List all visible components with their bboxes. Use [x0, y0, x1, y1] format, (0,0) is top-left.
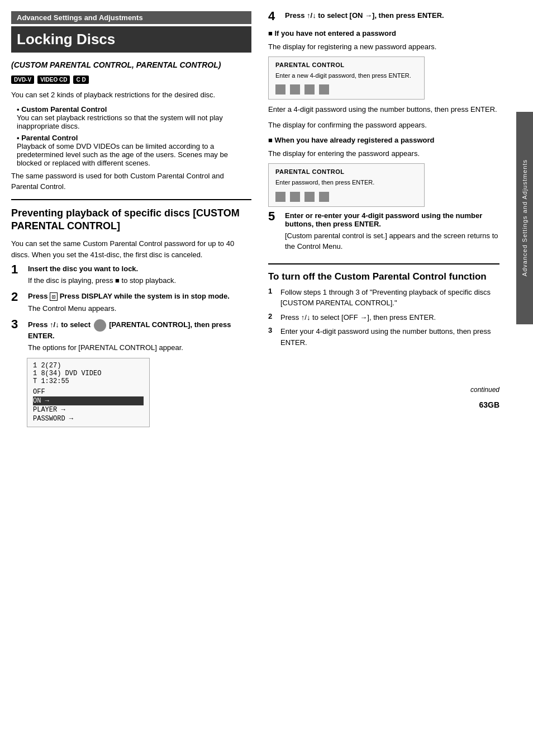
step3-content: Press ↑/↓ to select [PARENTAL CONTROL], … — [28, 319, 251, 353]
pb1-title: PARENTAL CONTROL — [275, 62, 417, 68]
turnoff-title: To turn off the Custom Parental Control … — [268, 271, 499, 282]
after-box1b: The display for confirming the password … — [268, 120, 499, 131]
menu-time: 1 2(27) 1 8(34) DVD VIDEO T 1:32:55 — [33, 362, 144, 385]
divider2 — [268, 263, 499, 264]
step2-num: 2 — [11, 291, 28, 303]
after-box1: Enter a 4-digit password using the numbe… — [268, 104, 499, 115]
step2-row: 2 Press ⊡ Press DISPLAY while the system… — [11, 292, 251, 314]
pb1-sq3 — [304, 84, 315, 94]
badge-videocd: VIDEO CD — [37, 75, 70, 84]
intro-para2: The same password is used for both Custo… — [11, 171, 251, 192]
divider — [11, 199, 251, 200]
step4-container: 4 Press ↑/↓ to select [ON →], then press… — [268, 11, 499, 22]
pb2-sq1 — [275, 192, 285, 202]
pb1-squares — [275, 84, 417, 94]
page-container: Advanced Settings and Adjustments Lockin… — [0, 0, 533, 756]
menu-box: 1 2(27) 1 8(34) DVD VIDEO T 1:32:55 OFF … — [27, 358, 150, 427]
not-entered-title: ■ If you have not entered a password — [268, 28, 499, 39]
step5-title: Enter or re-enter your 4-digit password … — [285, 211, 499, 228]
step2-container: 2 Press ⊡ Press DISPLAY while the system… — [11, 292, 251, 314]
section-label: Advanced Settings and Adjustments — [17, 13, 143, 22]
step5-container: 5 Enter or re-enter your 4-digit passwor… — [268, 211, 499, 257]
bullet2-title: • Parental Control — [17, 134, 78, 142]
turnoff-step2: 2 Press ↑/↓ to select [OFF →], then pres… — [268, 312, 499, 323]
menu-item-on: ON → — [33, 396, 144, 405]
step4-title: Press ↑/↓ to select [ON →], then press E… — [285, 11, 499, 20]
turnoff-step1-num: 1 — [268, 287, 280, 295]
step3-container: 3 Press ↑/↓ to select [PARENTAL CONTROL]… — [11, 319, 251, 427]
pb1-sq4 — [319, 84, 329, 94]
menu-item-player: PLAYER → — [33, 405, 144, 414]
parental-box-1: PARENTAL CONTROL Enter a new 4-digit pas… — [268, 56, 425, 100]
turnoff-step2-content: Press ↑/↓ to select [OFF →], then press … — [280, 312, 499, 323]
prevent-section-title: Preventing playback of specific discs [C… — [11, 207, 251, 233]
prevent-intro: You can set the same Custom Parental Con… — [11, 238, 251, 260]
step1-num: 1 — [11, 263, 28, 276]
turnoff-step2-num: 2 — [268, 312, 280, 320]
parental-control-icon — [94, 319, 106, 332]
menu-item-password: PASSWORD → — [33, 414, 144, 423]
badge-dvdv: DVD-V — [11, 75, 34, 84]
display-icon: ⊡ — [50, 292, 58, 301]
pb1-text: Enter a new 4-digit password, then press… — [275, 72, 417, 80]
step3-title: Press ↑/↓ to select [PARENTAL CONTROL], … — [28, 319, 251, 340]
turnoff-step1-content: Follow steps 1 through 3 of "Preventing … — [280, 287, 499, 309]
pb2-sq4 — [319, 192, 329, 202]
step3-desc: The options for [PARENTAL CONTROL] appea… — [28, 342, 251, 353]
turnoff-step3-content: Enter your 4-digit password using the nu… — [280, 326, 499, 348]
registered-title: ■ When you have already registered a pas… — [268, 135, 499, 146]
step5-row: 5 Enter or re-enter your 4-digit passwor… — [268, 211, 499, 257]
main-content: Advanced Settings and Adjustments Lockin… — [0, 0, 533, 756]
bullet1-title: • Custom Parental Control — [17, 105, 107, 114]
pb1-sq2 — [290, 84, 300, 94]
step1-content: Insert the disc you want to lock. If the… — [28, 264, 251, 286]
step4-num: 4 — [268, 10, 285, 22]
step2-title: Press ⊡ Press DISPLAY while the system i… — [28, 292, 251, 301]
pb2-title: PARENTAL CONTROL — [275, 168, 417, 175]
turnoff-step3-num: 3 — [268, 326, 280, 334]
bullet-custom: • Custom Parental Control You can set pl… — [17, 105, 251, 130]
step5-desc: [Custom parental control is set.] appear… — [285, 230, 499, 252]
bullet1-desc: You can set playback restrictions so tha… — [17, 114, 223, 130]
step2-desc: The Control Menu appears. — [28, 303, 251, 314]
disc-badges: DVD-V VIDEO CD C D — [11, 75, 251, 84]
badge-cd: C D — [73, 75, 88, 84]
registered-desc: The display for entering the password ap… — [268, 148, 499, 159]
step3-row: 3 Press ↑/↓ to select [PARENTAL CONTROL]… — [11, 319, 251, 353]
pb2-sq3 — [304, 192, 315, 202]
continued-label: continued — [268, 385, 499, 395]
step3-num: 3 — [11, 318, 28, 330]
pb2-squares — [275, 192, 417, 202]
right-column: 4 Press ↑/↓ to select [ON →], then press… — [263, 11, 533, 745]
turnoff-steps: 1 Follow steps 1 through 3 of "Preventin… — [268, 287, 499, 348]
page-title: Locking Discs — [11, 26, 251, 53]
bullet-parental: • Parental Control Playback of some DVD … — [17, 134, 251, 167]
left-column: Advanced Settings and Adjustments Lockin… — [11, 11, 263, 745]
not-entered-desc: The display for registering a new passwo… — [268, 41, 499, 53]
step4-row: 4 Press ↑/↓ to select [ON →], then press… — [268, 11, 499, 22]
pb2-text: Enter password, then press ENTER. — [275, 178, 417, 187]
bullet2-desc: Playback of some DVD VIDEOs can be limit… — [17, 142, 228, 167]
turnoff-step1: 1 Follow steps 1 through 3 of "Preventin… — [268, 287, 499, 309]
pb1-sq1 — [275, 84, 285, 94]
step1-row: 1 Insert the disc you want to lock. If t… — [11, 264, 251, 286]
turnoff-step3: 3 Enter your 4-digit password using the … — [268, 326, 499, 348]
parental-box-2: PARENTAL CONTROL Enter password, then pr… — [268, 163, 425, 206]
step5-num: 5 — [268, 210, 285, 223]
step4-content: Press ↑/↓ to select [ON →], then press E… — [285, 11, 499, 22]
page-number: 63GB — [268, 399, 499, 411]
step5-content: Enter or re-enter your 4-digit password … — [285, 211, 499, 257]
step1-desc: If the disc is playing, press ■ to stop … — [28, 275, 251, 286]
step1-container: 1 Insert the disc you want to lock. If t… — [11, 264, 251, 286]
side-tab-text: Advanced Settings and Adjustments — [521, 159, 528, 276]
menu-item-off: OFF — [33, 388, 144, 396]
step1-title: Insert the disc you want to lock. — [28, 264, 251, 273]
pb2-sq2 — [290, 192, 300, 202]
section-header: Advanced Settings and Adjustments — [11, 11, 251, 24]
step2-content: Press ⊡ Press DISPLAY while the system i… — [28, 292, 251, 314]
intro-para1: You can set 2 kinds of playback restrict… — [11, 89, 251, 101]
subtitle: (CUSTOM PARENTAL CONTROL, PARENTAL CONTR… — [11, 59, 251, 71]
side-tab: Advanced Settings and Adjustments — [516, 112, 533, 324]
